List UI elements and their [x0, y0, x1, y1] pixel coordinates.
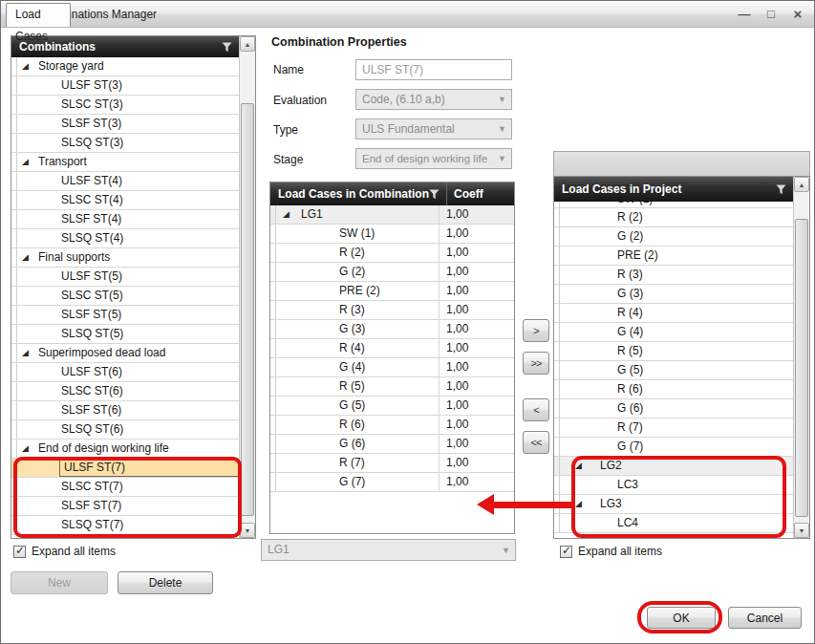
expand-triangle-icon[interactable]: ◢ [22, 444, 29, 453]
tree-item-row[interactable]: G (4) [554, 323, 793, 342]
tree-item-row[interactable]: PRE (2) [554, 247, 793, 266]
filter-icon[interactable] [222, 42, 232, 53]
cancel-button[interactable]: Cancel [728, 607, 802, 629]
expand-triangle-icon[interactable]: ◢ [22, 253, 29, 262]
title-bar[interactable]: Load Combinations Manager — □ × [1, 1, 814, 28]
scroll-down-icon[interactable]: ▼ [240, 523, 255, 538]
tree-item-row[interactable]: SLSQ ST(3) [11, 134, 239, 153]
tree-item-row[interactable]: SLSC ST(4) [11, 191, 239, 210]
tree-item-row[interactable]: G (2) [554, 227, 793, 247]
tree-item-row[interactable]: G (6)1,00 [270, 435, 514, 454]
tree-item-row[interactable]: G (5) [554, 361, 793, 380]
tree-group-row[interactable]: ◢Final supports [11, 248, 239, 268]
move-all-right-button[interactable]: >> [523, 352, 549, 375]
tree-item-row[interactable]: G (7)1,00 [270, 473, 514, 492]
tree-item-row[interactable]: R (7)1,00 [270, 454, 514, 473]
tree-item-row[interactable]: SLSC ST(5) [11, 287, 239, 306]
tree-item-row[interactable]: G (6) [554, 399, 793, 419]
clipped-row[interactable]: SW (1) [554, 202, 793, 208]
tree-group-row[interactable]: ◢LG3 [554, 495, 793, 514]
tree-item-row[interactable]: R (2)1,00 [270, 244, 514, 263]
filter-icon[interactable] [429, 189, 440, 200]
expand-triangle-icon[interactable]: ◢ [22, 158, 29, 166]
tree-group-row[interactable]: ◢LG2 [554, 457, 793, 476]
type-select[interactable]: ULS Fundamental ▼ [355, 118, 512, 140]
tree-item-row[interactable]: SLSF ST(3) [11, 115, 239, 134]
tree-item-row[interactable]: SLSC ST(3) [11, 96, 239, 115]
tree-item-row[interactable]: SW (1)1,00 [270, 225, 514, 244]
tree-item-row[interactable]: R (4)1,00 [270, 339, 514, 358]
filter-icon[interactable] [776, 184, 786, 195]
tree-item-row[interactable]: SLSQ ST(7) [11, 516, 239, 535]
tree-item-row[interactable]: ULSF ST(7) [11, 459, 239, 478]
load-group-select[interactable]: LG1 ▼ [261, 539, 516, 561]
tree-item-row[interactable]: G (5)1,00 [270, 397, 514, 416]
tree-group-row[interactable]: ◢Superimposed dead load [11, 344, 239, 363]
tree-item-row[interactable]: G (3)1,00 [270, 320, 514, 339]
expand-triangle-icon[interactable]: ◢ [575, 462, 582, 470]
tree-item-row[interactable]: R (2) [554, 208, 793, 227]
expand-triangle-icon[interactable]: ◢ [575, 500, 582, 508]
maximize-icon[interactable]: □ [762, 5, 780, 22]
tree-item-row[interactable]: R (3) [554, 266, 793, 285]
tree-item-row[interactable]: SLSF ST(7) [11, 497, 239, 516]
tree-item-row[interactable]: G (2)1,00 [270, 263, 514, 282]
tree-item-row[interactable]: R (4) [554, 304, 793, 323]
move-left-button[interactable]: < [523, 398, 549, 421]
combinations-scrollbar[interactable]: ▲ ▼ [239, 36, 255, 538]
tree-item-row[interactable]: SLSC ST(7) [11, 478, 239, 497]
row-cell: ULSF ST(5) [17, 268, 239, 286]
tree-item-row[interactable]: ULSF ST(4) [11, 172, 239, 191]
tree-group-row[interactable]: ◢End of design working life [11, 440, 239, 459]
expand-triangle-icon[interactable]: ◢ [22, 349, 29, 357]
tree-item-row[interactable]: ULSF ST(6) [11, 363, 239, 382]
scrollbar-thumb[interactable] [795, 219, 808, 517]
tree-group-row[interactable]: ◢LG11,00 [270, 205, 514, 225]
tree-group-row[interactable]: ◢Transport [11, 153, 239, 172]
tree-item-row[interactable]: R (3)1,00 [270, 301, 514, 320]
tree-item-row[interactable]: LC4 [554, 514, 793, 533]
ok-button[interactable]: OK [647, 607, 716, 629]
tree-item-row[interactable]: G (7) [554, 438, 793, 457]
tab-load-cases[interactable]: Load Cases [6, 3, 71, 27]
tree-item-row[interactable]: G (3) [554, 285, 793, 304]
scrollbar-thumb[interactable] [241, 103, 254, 516]
tree-item-row[interactable]: SLSF ST(5) [11, 306, 239, 325]
scroll-up-icon[interactable]: ▲ [240, 36, 255, 52]
row-label: R (4) [560, 304, 793, 322]
tree-item-row[interactable]: SLSQ ST(4) [11, 229, 239, 248]
close-icon[interactable]: × [789, 5, 806, 22]
tree-item-row[interactable]: R (5)1,00 [270, 377, 514, 397]
move-right-button[interactable]: > [523, 319, 549, 342]
tree-item-row[interactable]: SLSQ ST(5) [11, 325, 239, 344]
tree-item-row[interactable]: PRE (2)1,00 [270, 282, 514, 301]
name-field[interactable]: ULSF ST(7) [355, 59, 512, 80]
tree-item-row[interactable]: ULSF ST(3) [11, 76, 239, 96]
scroll-down-icon[interactable]: ▼ [794, 523, 809, 538]
tree-item-row[interactable]: R (5) [554, 342, 793, 361]
expand-triangle-icon[interactable]: ◢ [22, 62, 29, 71]
tree-item-row[interactable]: R (7) [554, 419, 793, 438]
tree-item-row[interactable]: ULSF ST(5) [11, 268, 239, 287]
tree-item-row[interactable]: G (4)1,00 [270, 358, 514, 377]
evaluation-select[interactable]: Code, (6.10 a,b) ▼ [355, 89, 512, 110]
tree-item-row[interactable]: SLSQ ST(6) [11, 420, 239, 440]
expand-all-checkbox[interactable] [13, 546, 26, 558]
scroll-up-icon[interactable]: ▲ [794, 177, 809, 192]
expand-triangle-icon[interactable]: ◢ [283, 210, 290, 219]
delete-button[interactable]: Delete [118, 571, 213, 594]
tree-item-row[interactable]: LC3 [554, 476, 793, 495]
move-all-left-button[interactable]: << [523, 431, 549, 454]
expand-all-checkbox[interactable] [560, 546, 572, 558]
project-cases-scrollbar[interactable]: ▲ ▼ [793, 177, 809, 538]
load-cases-tabstrip [553, 151, 810, 177]
tree-item-row[interactable]: SLSF ST(6) [11, 401, 239, 420]
minimize-icon[interactable]: — [736, 5, 753, 22]
tree-item-row[interactable]: SLSF ST(4) [11, 210, 239, 229]
stage-select[interactable]: End of design working life ▼ [355, 148, 512, 169]
new-button[interactable]: New [11, 571, 108, 594]
tree-item-row[interactable]: R (6)1,00 [270, 416, 514, 435]
tree-item-row[interactable]: SLSC ST(6) [11, 382, 239, 401]
tree-group-row[interactable]: ◢Storage yard [11, 57, 239, 76]
tree-item-row[interactable]: R (6) [554, 380, 793, 399]
